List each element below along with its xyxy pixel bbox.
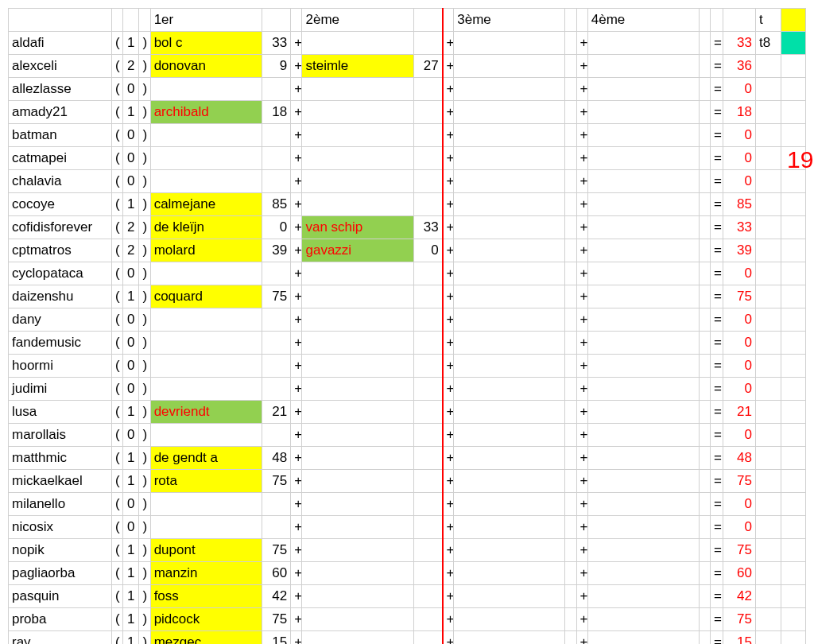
pts4 bbox=[699, 516, 710, 539]
rider3 bbox=[454, 585, 565, 608]
paren-open: ( bbox=[111, 32, 122, 55]
paren-open: ( bbox=[111, 262, 122, 285]
rider1 bbox=[150, 147, 262, 170]
pts4 bbox=[699, 308, 710, 332]
plus1: + bbox=[291, 470, 302, 493]
total: 75 bbox=[723, 470, 756, 493]
pts3 bbox=[565, 516, 576, 539]
xcol bbox=[781, 539, 806, 562]
rider4 bbox=[587, 308, 699, 332]
xcol bbox=[781, 78, 806, 101]
table-row: cofidisforever(2)de kleïjn0+van schip33+… bbox=[9, 216, 806, 239]
rider2: steimle bbox=[302, 55, 413, 78]
rider3 bbox=[454, 193, 565, 216]
tcol bbox=[755, 539, 781, 562]
pts4 bbox=[699, 424, 710, 447]
xcol bbox=[781, 401, 806, 424]
pts4 bbox=[699, 470, 710, 493]
xcol bbox=[781, 608, 806, 631]
pts2 bbox=[413, 493, 443, 516]
rider4 bbox=[587, 55, 699, 78]
pts1 bbox=[262, 78, 291, 101]
rider2: van schip bbox=[302, 216, 413, 239]
rider3 bbox=[454, 493, 565, 516]
pts1: 18 bbox=[262, 101, 291, 124]
rider2 bbox=[302, 78, 413, 101]
tcol bbox=[755, 424, 781, 447]
plus3: + bbox=[576, 516, 587, 539]
rider2: gavazzi bbox=[302, 239, 413, 262]
rider1: manzin bbox=[150, 562, 262, 585]
xcol bbox=[781, 216, 806, 239]
player-name: daizenshu bbox=[9, 285, 112, 308]
xcol bbox=[781, 239, 806, 262]
player-name: batman bbox=[9, 124, 112, 147]
equals: = bbox=[711, 170, 723, 193]
count: 0 bbox=[123, 493, 139, 516]
equals: = bbox=[711, 516, 723, 539]
pts4 bbox=[699, 285, 710, 308]
pts3 bbox=[565, 447, 576, 470]
plus1: + bbox=[291, 516, 302, 539]
rider1 bbox=[150, 355, 262, 378]
pts1 bbox=[262, 378, 291, 401]
pts1: 48 bbox=[262, 447, 291, 470]
plus1: + bbox=[291, 216, 302, 239]
rider1 bbox=[150, 516, 262, 539]
hdr-n bbox=[123, 9, 139, 32]
plus3: + bbox=[576, 101, 587, 124]
table-row: alexceli(2)donovan9+steimle27++=36 bbox=[9, 55, 806, 78]
paren-open: ( bbox=[111, 216, 122, 239]
total: 21 bbox=[723, 401, 756, 424]
plus3: + bbox=[576, 239, 587, 262]
rider3 bbox=[454, 378, 565, 401]
count: 0 bbox=[123, 332, 139, 355]
plus3: + bbox=[576, 285, 587, 308]
table-row: daizenshu(1)coquard75+++=75 bbox=[9, 285, 806, 308]
count: 0 bbox=[123, 516, 139, 539]
paren-close: ) bbox=[139, 170, 150, 193]
pts1: 60 bbox=[262, 562, 291, 585]
total: 0 bbox=[723, 493, 756, 516]
rider2 bbox=[302, 631, 413, 645]
rider3 bbox=[454, 78, 565, 101]
pts3 bbox=[565, 585, 576, 608]
xcol bbox=[781, 332, 806, 355]
plus3: + bbox=[576, 470, 587, 493]
tcol bbox=[755, 285, 781, 308]
plus2: + bbox=[443, 170, 454, 193]
pts1 bbox=[262, 332, 291, 355]
pts4 bbox=[699, 262, 710, 285]
paren-close: ) bbox=[139, 332, 150, 355]
pts1: 15 bbox=[262, 631, 291, 645]
rider2 bbox=[302, 101, 413, 124]
paren-open: ( bbox=[111, 124, 122, 147]
plus3: + bbox=[576, 308, 587, 332]
rider1: foss bbox=[150, 585, 262, 608]
pts2 bbox=[413, 401, 443, 424]
rider4 bbox=[587, 285, 699, 308]
pts2 bbox=[413, 308, 443, 332]
table-row: cptmatros(2)molard39+gavazzi0++=39 bbox=[9, 239, 806, 262]
rider3 bbox=[454, 124, 565, 147]
equals: = bbox=[711, 147, 723, 170]
plus2: + bbox=[443, 539, 454, 562]
rider4 bbox=[587, 470, 699, 493]
rider1 bbox=[150, 262, 262, 285]
equals: = bbox=[711, 424, 723, 447]
pts4 bbox=[699, 585, 710, 608]
plus1: + bbox=[291, 32, 302, 55]
player-name: hoormi bbox=[9, 355, 112, 378]
equals: = bbox=[711, 32, 723, 55]
paren-open: ( bbox=[111, 585, 122, 608]
paren-close: ) bbox=[139, 147, 150, 170]
rider1: rota bbox=[150, 470, 262, 493]
plus3: + bbox=[576, 78, 587, 101]
player-name: cptmatros bbox=[9, 239, 112, 262]
total: 0 bbox=[723, 516, 756, 539]
rider3 bbox=[454, 55, 565, 78]
pts1: 33 bbox=[262, 32, 291, 55]
plus1: + bbox=[291, 424, 302, 447]
table-row: hoormi(0)+++=0 bbox=[9, 355, 806, 378]
pts2 bbox=[413, 562, 443, 585]
